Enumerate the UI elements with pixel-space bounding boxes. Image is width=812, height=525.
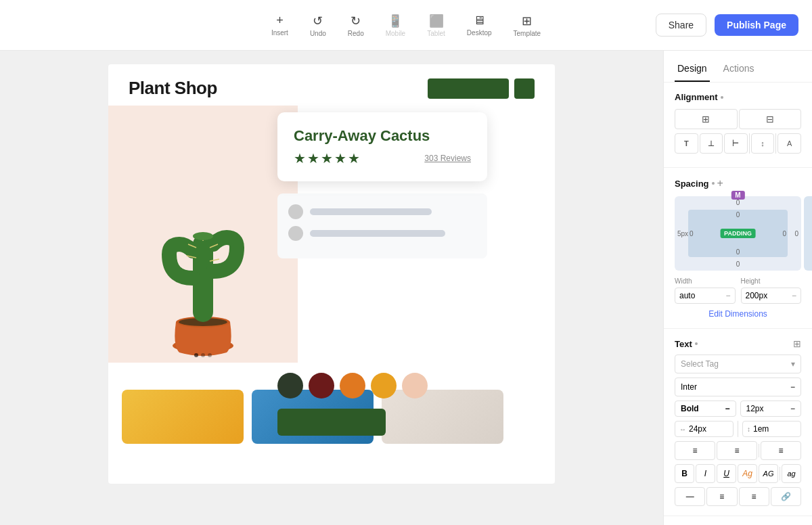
publish-button[interactable]: Publish Page: [715, 14, 798, 36]
font-weight-select[interactable]: Bold −: [675, 401, 736, 417]
stars-row: ★★★★★ 303 Reviews: [294, 150, 471, 166]
width-item: Width auto −: [675, 277, 736, 304]
height-input[interactable]: 200px −: [741, 288, 802, 304]
padding-right[interactable]: 0: [782, 230, 786, 237]
spacing-dot: [712, 182, 715, 185]
spacing-plus[interactable]: +: [717, 177, 723, 189]
desktop-icon: 🖥: [473, 14, 485, 28]
uppercase-format-btn[interactable]: AG: [759, 464, 778, 483]
ordered-list-btn[interactable]: ≡: [739, 487, 769, 506]
bottom-format-row: — ≡ ≡ 🔗: [675, 487, 801, 506]
letter-spacing-input[interactable]: ↔ 24px: [675, 421, 734, 437]
svg-point-9: [193, 232, 213, 240]
italic-format-btn[interactable]: I: [696, 464, 715, 483]
margin-right[interactable]: 0: [794, 230, 798, 237]
line-height-icon: ↕: [747, 426, 750, 433]
text-section-header: Text ⊞: [675, 338, 801, 349]
text-spacing-row: ↔ 24px ↕ 1em: [675, 421, 801, 437]
canvas-area: Plant Shop: [0, 51, 663, 525]
padding-bottom[interactable]: 0: [736, 248, 740, 256]
format-row: B I U Ag AG ag: [675, 464, 801, 483]
share-button[interactable]: Share: [656, 14, 706, 37]
swatch-2[interactable]: [309, 373, 334, 398]
alignment-row-2: T ⊥ ⊢ ↕ A: [675, 133, 801, 154]
font-name: Inter: [681, 382, 697, 392]
desktop-tool[interactable]: 🖥 Desktop: [459, 9, 500, 41]
redo-tool[interactable]: ↻ Redo: [340, 9, 372, 41]
tablet-icon: ⬛: [429, 14, 444, 28]
mobile-tool[interactable]: 📱 Mobile: [378, 9, 413, 41]
height-minus[interactable]: −: [792, 291, 796, 300]
minus-format-btn[interactable]: —: [675, 487, 705, 506]
align-middle[interactable]: ⊥: [700, 133, 723, 154]
product-section: Carry-Away Cactus ★★★★★ 303 Reviews: [108, 106, 555, 376]
tab-design[interactable]: Design: [675, 60, 710, 82]
select-tag-chevron: ▾: [791, 359, 795, 369]
add-to-cart-button[interactable]: [277, 409, 386, 436]
link-btn[interactable]: 🔗: [771, 487, 801, 506]
margin-top[interactable]: 0: [736, 199, 740, 206]
weight-chevron: −: [725, 404, 729, 413]
swatch-1[interactable]: [277, 373, 303, 398]
align-center-v[interactable]: ↕: [751, 133, 775, 154]
bullet-list-btn[interactable]: ≡: [706, 487, 737, 506]
align-center-btn[interactable]: ≡: [717, 441, 757, 460]
undo-icon: ↺: [313, 14, 323, 28]
width-minus[interactable]: −: [725, 291, 730, 300]
margin-left-val[interactable]: 5px: [677, 230, 688, 237]
align-bottom[interactable]: ⊢: [724, 133, 748, 154]
cactus-drawing: [108, 106, 298, 363]
line-height-input[interactable]: ↕ 1em: [742, 421, 801, 437]
text-section: Text ⊞ Select Tag ▾ Inter − Bold − 12px …: [664, 329, 812, 516]
page-canvas: Plant Shop: [0, 51, 663, 525]
align-right-h[interactable]: ⊟: [739, 109, 802, 129]
padding-badge: PADDING: [720, 229, 756, 238]
divider2: [775, 133, 776, 154]
swatch-3[interactable]: [340, 373, 365, 398]
width-input[interactable]: auto −: [675, 288, 736, 304]
product-image: [108, 106, 298, 363]
align-right-btn[interactable]: ≡: [761, 441, 801, 460]
image-dots: [194, 353, 212, 357]
tab-actions[interactable]: Actions: [721, 60, 757, 82]
tablet-tool[interactable]: ⬛ Tablet: [419, 9, 453, 41]
align-left-btn[interactable]: ≡: [675, 441, 715, 460]
dot-2: [201, 353, 205, 357]
undo-label: Undo: [310, 30, 326, 37]
padding-left[interactable]: 0: [690, 230, 694, 237]
font-size-select[interactable]: 12px −: [740, 401, 802, 417]
padding-top[interactable]: 0: [736, 211, 740, 219]
template-tool[interactable]: ⊞ Template: [505, 9, 549, 41]
grid-icon[interactable]: ⊞: [793, 338, 801, 349]
header-cta-sq[interactable]: [514, 78, 535, 99]
font-selector[interactable]: Inter −: [675, 378, 801, 396]
product-info-card: Carry-Away Cactus ★★★★★ 303 Reviews: [277, 112, 487, 181]
text-align-row: ≡ ≡ ≡: [675, 441, 801, 460]
size-chevron: −: [790, 404, 795, 413]
select-tag-dropdown[interactable]: Select Tag ▾: [675, 355, 801, 373]
undo-tool[interactable]: ↺ Undo: [302, 9, 334, 41]
header-cta-long[interactable]: [428, 78, 509, 99]
edit-dimensions-button[interactable]: Edit Dimensions: [675, 309, 801, 319]
bold-format-btn[interactable]: B: [675, 464, 694, 483]
detail-icon-2: [288, 226, 303, 241]
wh-row: Width auto − Height 200px −: [675, 277, 801, 304]
swatch-5[interactable]: [402, 373, 428, 398]
color-format-btn[interactable]: Ag: [738, 464, 757, 483]
align-stretch[interactable]: A: [777, 133, 801, 154]
redo-label: Redo: [348, 30, 364, 37]
swatch-4[interactable]: [371, 373, 397, 398]
insert-tool[interactable]: + Insert: [263, 9, 296, 41]
reviews-link[interactable]: 303 Reviews: [424, 154, 471, 163]
underline-format-btn[interactable]: U: [717, 464, 736, 483]
text-dot: [695, 342, 698, 345]
align-center-h[interactable]: ⊞: [675, 109, 738, 129]
right-panel: Design Actions Alignment ⊞ ⊟ T ⊥ ⊢ ↕ A S…: [663, 51, 812, 525]
width-label: Width: [675, 277, 736, 285]
lowercase-format-btn[interactable]: ag: [782, 464, 801, 483]
header-buttons: [428, 78, 535, 99]
align-top[interactable]: T: [675, 133, 698, 154]
detail-icon-1: [288, 204, 303, 219]
margin-bottom[interactable]: 0: [736, 260, 740, 268]
panel-tabs: Design Actions: [664, 51, 812, 83]
